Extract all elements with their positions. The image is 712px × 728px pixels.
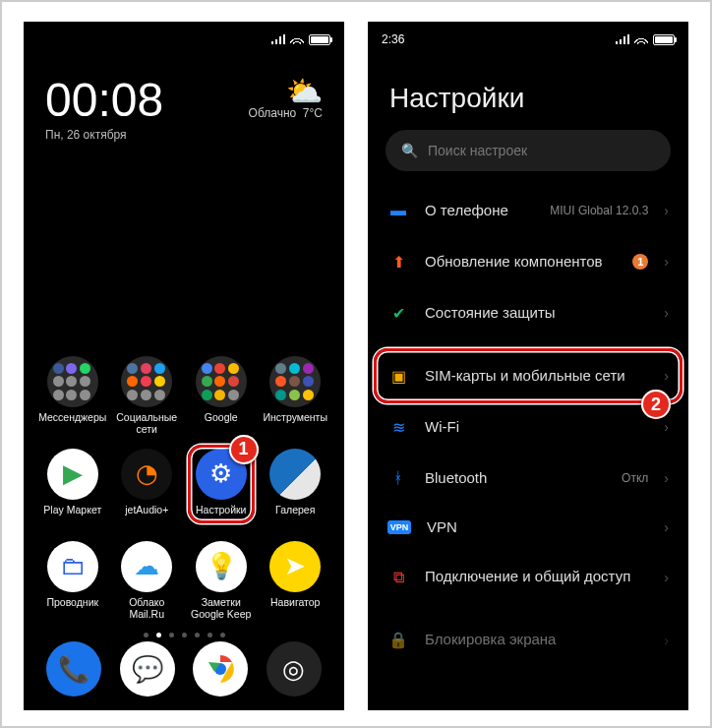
settings-row-lock[interactable]: 🔒Блокировка экрана› (368, 615, 688, 666)
row-label: Wi-Fi (425, 418, 632, 437)
weather-widget[interactable]: ⛅ Облачно 7°C (249, 77, 323, 120)
settings-row-vpn[interactable]: VPNVPN› (368, 504, 688, 552)
row-label: Обновление компонентов (425, 253, 617, 272)
dock: 📞💬◎ (24, 641, 344, 700)
app-icon: ➤ (269, 541, 321, 592)
dock-chrome[interactable] (193, 641, 248, 697)
status-time: 2:36 (382, 32, 404, 46)
chevron-right-icon: › (664, 570, 669, 585)
row-label: Подключение и общий доступ (425, 568, 648, 586)
app-label: Навигатор (270, 596, 320, 620)
wifi-icon (290, 34, 304, 44)
signal-icon (271, 34, 285, 44)
folder-Google[interactable]: Google (184, 356, 259, 435)
wifi-icon (634, 34, 648, 44)
page-indicator (24, 633, 344, 637)
lock-icon: 🔒 (387, 630, 409, 651)
bt-icon: ᚼ (387, 467, 409, 489)
phone-home-screen: 00:08 Пн, 26 октября ⛅ Облачно 7°C Мессе… (24, 22, 344, 710)
about-icon: ▬ (387, 200, 409, 221)
app-label: Галерея (275, 504, 315, 527)
dock-messages[interactable]: 💬 (120, 641, 175, 697)
app-label: jetAudio+ (125, 504, 168, 527)
app-label: Мессенджеры (38, 411, 106, 435)
dock-camera[interactable]: ◎ (267, 641, 322, 697)
chevron-right-icon: › (664, 470, 669, 486)
app-Заметки Google Keep[interactable]: 💡Заметки Google Keep (184, 541, 259, 620)
clock-date: Пн, 26 октября (45, 128, 163, 142)
app-Проводник[interactable]: 🗀Проводник (35, 541, 110, 620)
status-bar: 2:36 (368, 22, 688, 51)
update-icon: ⬆ (387, 251, 409, 273)
folder-icon (47, 356, 98, 407)
app-Облако Mail.Ru[interactable]: ☁Облако Mail.Ru (110, 541, 185, 620)
app-label: Облако Mail.Ru (110, 596, 183, 620)
app-label: Социальные сети (110, 411, 183, 435)
app-label: Проводник (46, 596, 98, 620)
settings-list: ▬О телефонеMIUI Global 12.0.3›⬆Обновлени… (368, 185, 688, 637)
chevron-right-icon: › (664, 419, 669, 435)
callout-marker-2: 2 (641, 390, 671, 419)
row-label: Блокировка экрана (425, 631, 648, 649)
app-icon: 💡 (196, 541, 247, 592)
row-label: Bluetooth (425, 469, 606, 488)
app-label: Google (205, 411, 238, 435)
vpn-icon: VPN (387, 520, 411, 534)
battery-icon (309, 34, 330, 45)
folder-icon (269, 356, 321, 407)
signal-icon (616, 34, 629, 44)
app-Навигатор[interactable]: ➤Навигатор (259, 541, 333, 620)
app-icon: ▶ (47, 449, 98, 500)
chevron-right-icon: › (664, 203, 669, 218)
settings-row-sim[interactable]: ▣SIM-карты и мобильные сети›2 (368, 350, 688, 401)
row-meta: Откл (622, 471, 648, 485)
row-label: VPN (427, 518, 648, 537)
folder-icon (196, 356, 247, 407)
chevron-right-icon: › (664, 305, 669, 321)
app-Галерея[interactable]: Галерея (259, 449, 333, 527)
search-placeholder: Поиск настроек (428, 143, 527, 158)
callout-marker-1: 1 (229, 435, 259, 464)
page-title: Настройки (368, 51, 688, 130)
search-icon: 🔍 (401, 143, 418, 158)
folder-icon (121, 356, 172, 407)
security-icon: ✔ (387, 302, 409, 324)
settings-row-bt[interactable]: ᚼBluetoothОткл› (368, 453, 688, 504)
app-icon: ◔ (121, 449, 172, 500)
row-meta: MIUI Global 12.0.3 (550, 204, 648, 217)
app-icon: 🗀 (47, 541, 98, 592)
dock-phone[interactable]: 📞 (46, 641, 101, 697)
settings-row-hotspot[interactable]: ⧉Подключение и общий доступ› (368, 552, 688, 603)
status-bar (24, 22, 344, 51)
settings-row-about[interactable]: ▬О телефонеMIUI Global 12.0.3› (368, 185, 688, 236)
folder-Мессенджеры[interactable]: Мессенджеры (35, 356, 110, 435)
hotspot-icon: ⧉ (387, 567, 409, 588)
phone-settings-screen: 2:36 Настройки 🔍 Поиск настроек ▬О телеф… (368, 22, 688, 710)
clock-time[interactable]: 00:08 (45, 77, 163, 124)
folder-Социальные сети[interactable]: Социальные сети (110, 356, 185, 435)
settings-row-update[interactable]: ⬆Обновление компонентов1› (368, 236, 688, 287)
chevron-right-icon: › (664, 519, 669, 535)
app-jetAudio+[interactable]: ◔jetAudio+ (110, 449, 185, 527)
battery-icon (653, 34, 675, 45)
app-label: Заметки Google Keep (185, 596, 258, 620)
settings-row-wifi[interactable]: ≋Wi-Fi › (368, 401, 688, 453)
search-input[interactable]: 🔍 Поиск настроек (386, 130, 671, 171)
app-Настройки[interactable]: ⚙Настройки1 (184, 449, 259, 527)
settings-row-security[interactable]: ✔Состояние защиты› (368, 287, 688, 338)
highlight-sim-row (374, 348, 682, 403)
folder-Инструменты[interactable]: Инструменты (259, 356, 333, 435)
wifi-icon: ≋ (387, 416, 409, 438)
app-Play Маркет[interactable]: ▶Play Маркет (35, 449, 110, 527)
app-icon: ☁ (121, 541, 172, 592)
chevron-right-icon: › (664, 633, 669, 648)
app-label: Инструменты (264, 411, 327, 435)
weather-icon: ⛅ (249, 77, 323, 106)
chevron-right-icon: › (664, 254, 669, 270)
row-label: Состояние защиты (425, 304, 648, 323)
update-badge: 1 (632, 254, 648, 270)
app-label: Play Маркет (43, 504, 101, 527)
row-label: О телефоне (425, 202, 534, 220)
app-icon (269, 449, 321, 500)
